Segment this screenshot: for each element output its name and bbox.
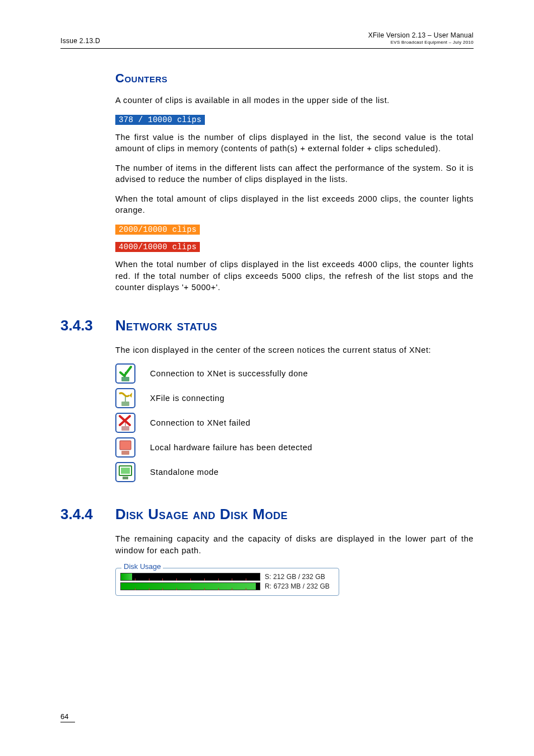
svg-rect-17: [123, 477, 128, 479]
counters-p4: When the total amount of clips displayed…: [115, 193, 474, 216]
network-intro: The icon displayed in the center of the …: [115, 344, 474, 356]
svg-rect-4: [121, 402, 129, 406]
counter-badge-normal: 378 / 10000 clips: [115, 115, 205, 125]
heading-title: Network status: [115, 317, 217, 334]
svg-rect-13: [121, 451, 129, 455]
svg-rect-7: [121, 426, 129, 431]
header-product: XFile Version 2.13 – User Manual: [368, 31, 474, 39]
page-header: Issue 2.13.D XFile Version 2.13 – User M…: [0, 0, 534, 45]
header-company: EVS Broadcast Equipment – July 2010: [368, 40, 474, 45]
page-footer: 64: [60, 711, 75, 722]
status-label: XFile is connecting: [150, 394, 224, 403]
network-connecting-icon: [115, 388, 135, 408]
heading-counters: Counters: [115, 71, 474, 86]
disk-label: S: 212 GB / 232 GB: [265, 573, 325, 581]
network-failed-icon: [115, 413, 135, 433]
page-number: 64: [60, 712, 75, 722]
counters-p1: A counter of clips is available in all m…: [115, 95, 474, 106]
disk-label: R: 6723 MB / 232 GB: [265, 582, 330, 590]
header-right: XFile Version 2.13 – User Manual EVS Bro…: [368, 31, 474, 45]
counters-p5: When the total number of clips displayed…: [115, 259, 474, 293]
status-row-standalone: Standalone mode: [115, 462, 474, 482]
status-label: Connection to XNet is successfully done: [150, 369, 308, 378]
status-row-hardware-failure: Local hardware failure has been detected: [115, 437, 474, 458]
counters-p2: The first value is the number of clips d…: [115, 132, 474, 155]
counter-badge-red: 4000/10000 clips: [115, 242, 200, 252]
disk-usage-panel: Disk Usage S: 212 GB / 232 GB R: 67: [115, 568, 339, 596]
disk-bar: [120, 582, 260, 590]
disk-row-s: S: 212 GB / 232 GB: [120, 573, 334, 581]
counter-badge-orange: 2000/10000 clips: [115, 225, 200, 235]
network-connected-icon: [115, 363, 135, 384]
svg-rect-1: [121, 377, 129, 381]
svg-rect-12: [120, 441, 131, 450]
disk-row-r: R: 6723 MB / 232 GB: [120, 582, 334, 590]
heading-number: 3.4.4: [60, 506, 115, 523]
disk-intro: The remaining capacity and the capacity …: [115, 533, 474, 556]
heading-disk-usage: 3.4.4 Disk Usage and Disk Mode: [60, 506, 474, 523]
status-label: Connection to XNet failed: [150, 418, 250, 427]
heading-number: 3.4.3: [60, 317, 115, 334]
disk-usage-legend: Disk Usage: [121, 562, 163, 571]
status-label: Local hardware failure has been detected: [150, 443, 312, 452]
status-row-failed: Connection to XNet failed: [115, 413, 474, 433]
status-row-connecting: XFile is connecting: [115, 388, 474, 408]
counters-p3: The number of items in the different lis…: [115, 162, 474, 185]
status-label: Standalone mode: [150, 468, 219, 477]
disk-bar: [120, 573, 260, 581]
svg-rect-16: [121, 468, 130, 474]
network-status-list: Connection to XNet is successfully done …: [115, 363, 474, 482]
heading-network-status: 3.4.3 Network status: [60, 317, 474, 334]
status-row-connected: Connection to XNet is successfully done: [115, 363, 474, 384]
hardware-failure-icon: [115, 437, 135, 458]
header-issue: Issue 2.13.D: [60, 37, 100, 45]
standalone-mode-icon: [115, 462, 135, 482]
heading-title: Disk Usage and Disk Mode: [115, 506, 288, 523]
